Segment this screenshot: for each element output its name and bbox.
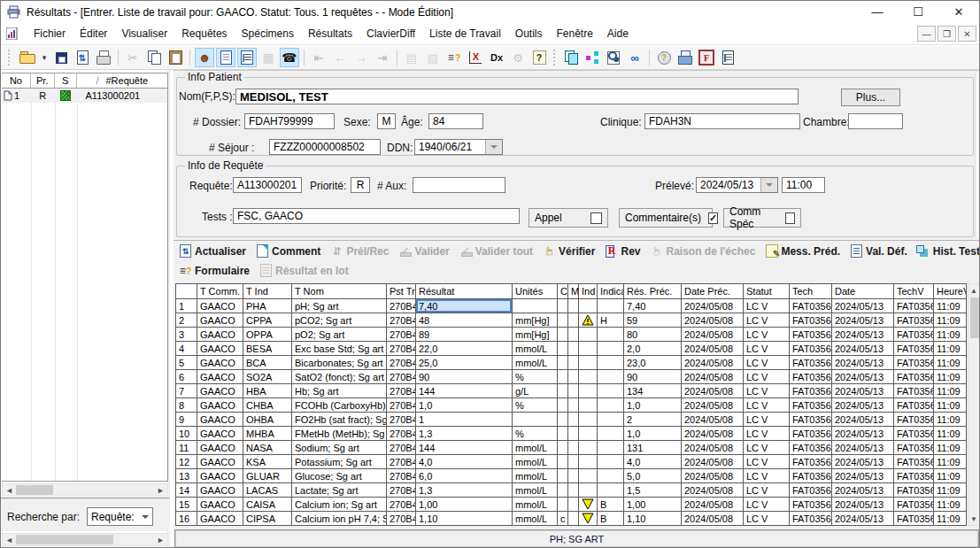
date-prec-cell[interactable]: 2024/05/08 [682, 342, 744, 356]
formula-icon[interactable] [697, 48, 716, 67]
menu-editer[interactable]: Éditer [73, 24, 114, 43]
res-prec-cell[interactable]: 1,0 [624, 427, 682, 441]
table-row[interactable]: 14 GAACO LACAS Lactate; Sg art 270B4 1,3… [176, 483, 967, 498]
techv-cell[interactable]: FAT0356 [894, 328, 934, 342]
col-header-s[interactable]: S [55, 73, 77, 88]
heurev-cell[interactable]: 11:09 [934, 512, 967, 526]
resultat-cell[interactable]: 90 [416, 370, 513, 384]
tree-view-icon[interactable] [583, 48, 602, 67]
valider-tout-button[interactable]: Valider tout [458, 243, 539, 259]
table-row[interactable]: 11 GAACO NASA Sodium; Sg art 270B4 144 m… [176, 441, 967, 455]
m-cell[interactable] [568, 398, 579, 413]
tind-cell[interactable]: SO2A [243, 370, 292, 384]
col-statut[interactable]: Statut [744, 284, 790, 299]
pst-cell[interactable]: 270B4 [387, 512, 416, 526]
tind-cell[interactable]: MHBA [243, 427, 292, 441]
tcomm-cell[interactable]: GAACO [197, 413, 243, 427]
date-cell[interactable]: 2024/05/13 [832, 483, 894, 498]
res-prec-cell[interactable]: 1,10 [624, 512, 682, 526]
scroll-down-icon[interactable]: ▼ [968, 513, 979, 525]
indicator-cell[interactable] [579, 498, 598, 512]
prel-rec-button[interactable]: Prél/Rec [328, 243, 395, 259]
techv-cell[interactable]: FAT0356 [894, 299, 934, 313]
menu-fenetre[interactable]: Fenêtre [550, 24, 600, 43]
unites-cell[interactable]: g/L [513, 384, 558, 398]
indica-cell[interactable] [598, 483, 624, 498]
indicator-cell[interactable] [579, 512, 598, 526]
tcomm-cell[interactable]: GAACO [197, 498, 243, 512]
pst-cell[interactable]: 270B4 [387, 413, 416, 427]
verifier-button[interactable]: Vérifier [541, 243, 601, 259]
c-cell[interactable] [558, 441, 568, 455]
date-cell[interactable]: 2024/05/13 [832, 356, 894, 370]
date-cell[interactable]: 2024/05/13 [832, 427, 894, 441]
plus-button[interactable]: Plus... [841, 89, 900, 106]
scroll-left-icon[interactable]: ◄ [3, 484, 16, 496]
rownum-cell[interactable]: 5 [176, 356, 197, 370]
comm-spec-checkbox[interactable] [785, 212, 795, 224]
resultat-en-lot-button[interactable]: Résultat en lot [258, 263, 355, 278]
rownum-cell[interactable]: 7 [176, 384, 197, 398]
entry-form-view-icon[interactable] [216, 48, 235, 67]
techv-cell[interactable]: FAT0356 [894, 413, 934, 427]
statut-cell[interactable]: LC V [744, 356, 790, 370]
tech-cell[interactable]: FAT0356 [790, 370, 832, 384]
res-prec-cell[interactable]: 80 [624, 328, 682, 342]
tcomm-cell[interactable]: GAACO [197, 483, 243, 498]
menu-outils[interactable]: Outils [508, 24, 550, 43]
tnom-cell[interactable]: Bicarbonates; Sg art [292, 356, 387, 370]
indica-cell[interactable] [598, 328, 624, 342]
techv-cell[interactable]: FAT0356 [894, 342, 934, 356]
tech-cell[interactable]: FAT0356 [790, 441, 832, 455]
rownum-cell[interactable]: 3 [176, 328, 197, 342]
heurev-cell[interactable]: 11:09 [934, 356, 967, 370]
date-prec-cell[interactable]: 2024/05/08 [682, 398, 744, 413]
nom-field[interactable]: MEDISOL, TEST [235, 89, 799, 104]
tech-cell[interactable]: FAT0356 [790, 498, 832, 512]
unites-cell[interactable]: mmol/L [513, 512, 558, 526]
date-cell[interactable]: 2024/05/13 [832, 313, 894, 328]
col-tind[interactable]: T Ind [243, 284, 292, 299]
rownum-cell[interactable]: 12 [176, 455, 197, 469]
resultat-cell[interactable]: 1 [416, 413, 513, 427]
tind-cell[interactable]: BESA [243, 342, 292, 356]
tcomm-cell[interactable]: GAACO [197, 512, 243, 526]
heurev-cell[interactable]: 11:09 [934, 370, 967, 384]
tnom-cell[interactable]: Glucose; Sg art [292, 469, 387, 483]
indicator-cell[interactable] [579, 356, 598, 370]
unites-cell[interactable]: % [513, 398, 558, 413]
search-page-icon[interactable] [604, 48, 623, 67]
rownum-cell[interactable]: 14 [176, 483, 197, 498]
tcomm-cell[interactable]: GAACO [197, 328, 243, 342]
indica-cell[interactable] [598, 469, 624, 483]
date-prec-cell[interactable]: 2024/05/08 [682, 313, 744, 328]
col-header-no[interactable]: No [2, 73, 31, 88]
indica-cell[interactable]: H [598, 313, 624, 328]
menu-requetes[interactable]: Requêtes [174, 24, 234, 43]
comment-button[interactable]: Comment [254, 243, 327, 259]
pst-cell[interactable]: 270B4 [387, 398, 416, 413]
save-icon[interactable] [51, 48, 71, 67]
table-row[interactable]: 13 GAACO GLUAR Glucose; Sg art 270B4 6,0… [176, 469, 967, 483]
scrollbar-thumb[interactable] [970, 297, 979, 338]
statut-cell[interactable]: LC V [744, 469, 790, 483]
table-row[interactable]: 1 GAACO PHA pH; Sg art 270B4 7,40 [176, 299, 967, 313]
res-prec-cell[interactable]: 59 [624, 313, 682, 328]
export-form-icon[interactable] [73, 48, 92, 67]
unites-cell[interactable]: mm[Hg] [513, 328, 558, 342]
comm-spec-control[interactable]: Comm Spéc [723, 208, 801, 228]
sexe-field[interactable]: M [377, 113, 396, 129]
patient-view-icon[interactable] [195, 48, 214, 67]
aux-field[interactable] [413, 177, 505, 193]
m-cell[interactable] [568, 469, 579, 483]
search-by-combo[interactable]: Requête: [87, 507, 153, 526]
res-prec-cell[interactable]: 90 [624, 370, 682, 384]
techv-cell[interactable]: FAT0356 [894, 356, 934, 370]
res-prec-cell[interactable]: 23,0 [624, 356, 682, 370]
date-cell[interactable]: 2024/05/13 [832, 328, 894, 342]
statut-cell[interactable]: LC V [744, 370, 790, 384]
rownum-cell[interactable]: 13 [176, 469, 197, 483]
date-cell[interactable]: 2024/05/13 [832, 299, 894, 313]
tcomm-cell[interactable]: GAACO [197, 398, 243, 413]
indicator-cell[interactable] [579, 398, 598, 413]
